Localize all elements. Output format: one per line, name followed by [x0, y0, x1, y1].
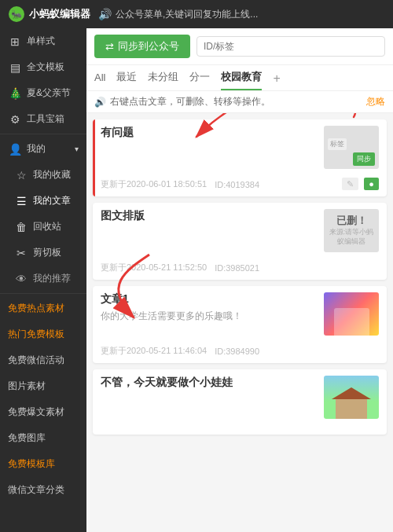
sidebar-item-fenlei[interactable]: 微信文章分类	[0, 477, 86, 503]
sidebar-item-quanwen[interactable]: ▤ 全文模板	[0, 54, 86, 80]
article-card[interactable]: 有问题 标签 同步 更新于2	[93, 119, 387, 196]
sidebar-item-weixin[interactable]: 免费微信活动	[0, 347, 86, 373]
thumb-btn: 同步	[353, 152, 375, 166]
article-footer	[93, 425, 387, 435]
article-id: ID:3984990	[215, 347, 259, 356]
article-content: 文章1 你的大学生活需要更多的乐趣哦！	[101, 292, 318, 336]
article-updated: 更新于2020-05-21 11:46:04	[101, 345, 207, 357]
sidebar-item-fujingjie[interactable]: 🎄 夏&父亲节	[0, 80, 86, 106]
article-card[interactable]: 不管，今天就要做个小娃娃	[93, 369, 387, 435]
sidebar-item-label: 免费热点素材	[8, 302, 79, 315]
thumb-lines: 标签 同步	[324, 126, 379, 169]
trash-icon: 🗑	[14, 221, 28, 233]
sidebar-item-wenzhang[interactable]: ☰ 我的文章	[0, 188, 86, 214]
sidebar-item-label: 夏&父亲节	[27, 86, 79, 100]
sidebar-item-gongju[interactable]: ⚙ 工具宝箱	[0, 106, 86, 132]
sidebar-item-mianfeimb[interactable]: 热门免费模板	[0, 321, 86, 347]
eye-icon: 👁	[14, 273, 28, 285]
article-id: ID:4019384	[215, 180, 259, 189]
tab-campus[interactable]: 校园教育	[221, 70, 262, 90]
tab-fen1[interactable]: 分一	[189, 70, 210, 90]
sidebar-item-label: 免费微信活动	[8, 354, 79, 367]
article-footer: 更新于2020-05-21 11:46:04 ID:3984990	[93, 342, 387, 363]
star-icon: ☆	[14, 169, 28, 182]
article-card[interactable]: 图文排版 已删！ 来源:请等小蚂蚁编辑器 更新于2020-05-21 11:52…	[93, 203, 387, 280]
app-title: 小蚂蚁编辑器	[29, 7, 90, 21]
topbar-logo: 🐜 小蚂蚁编辑器	[8, 6, 90, 23]
sidebar-item-baowen[interactable]: 免费爆文素材	[0, 399, 86, 425]
deleted-label: 已删！	[336, 215, 367, 228]
article-thumbnail	[324, 376, 379, 419]
sidebar-item-label: 单样式	[27, 35, 79, 48]
edit-btn[interactable]: ✎	[342, 178, 358, 190]
article-desc: 你的大学生活需要更多的乐趣哦！	[101, 310, 318, 323]
sidebar-item-label: 热门免费模板	[8, 328, 79, 341]
sidebar-item-label: 微信文章分类	[8, 483, 79, 497]
article-title: 有问题	[101, 126, 318, 140]
article-actions: ✎ ●	[342, 179, 379, 189]
notice-ignore-button[interactable]: 忽略	[366, 95, 385, 108]
article-content: 不管，今天就要做个小娃娃	[101, 376, 318, 419]
sidebar-item-redian[interactable]: 免费热点素材	[0, 295, 86, 321]
notice-speaker-icon: 🔊	[94, 97, 106, 108]
article-content: 图文排版	[101, 209, 318, 252]
notice-text: 公众号菜单,关键词回复功能上线...	[116, 8, 258, 21]
sidebar-item-label: 全文模板	[27, 61, 79, 74]
user-icon: 👤	[8, 143, 22, 156]
building-shape	[334, 308, 369, 336]
notice-bar-left: 🔊 右键点击文章，可删除、转移等操作。	[94, 95, 270, 108]
sync-label: 同步到公众号	[118, 39, 179, 53]
chevron-down-icon: ▾	[75, 145, 79, 153]
topbar-notice: 🔊 公众号菜单,关键词回复功能上线...	[98, 8, 385, 21]
sidebar-item-mbku[interactable]: 免费模板库	[0, 451, 86, 477]
sidebar: ⊞ 单样式 ▤ 全文模板 🎄 夏&父亲节 ⚙ 工具宝箱 👤 我的 ▾ ☆ 我的收…	[0, 28, 86, 532]
sidebar-item-label: 我的推荐	[33, 272, 79, 285]
publish-btn[interactable]: ●	[364, 178, 379, 190]
sidebar-divider	[0, 134, 86, 134]
search-input[interactable]	[196, 36, 385, 57]
sidebar-item-jianqieban[interactable]: ✂ 剪切板	[0, 240, 86, 266]
notice-icon: 🔊	[98, 8, 112, 20]
article-title: 文章1	[101, 292, 318, 306]
article-thumbnail: 标签 同步	[324, 126, 379, 169]
sidebar-item-label: 免费爆文素材	[8, 405, 79, 419]
scissors-icon: ✂	[14, 247, 28, 259]
sidebar-item-danyang[interactable]: ⊞ 单样式	[0, 28, 86, 54]
sync-button[interactable]: ⇄ 同步到公众号	[94, 35, 190, 58]
deleted-source: 来源:请等小蚂蚁编辑器	[324, 228, 379, 246]
sidebar-item-tupian[interactable]: 图片素材	[0, 373, 86, 399]
article-card-body: 图文排版 已删！ 来源:请等小蚂蚁编辑器	[93, 203, 387, 259]
tab-ungrouped[interactable]: 未分组	[148, 70, 178, 90]
article-title: 不管，今天就要做个小娃娃	[101, 376, 318, 390]
article-content: 有问题	[101, 126, 318, 169]
sidebar-item-shoucang[interactable]: ☆ 我的收藏	[0, 162, 86, 188]
sidebar-item-label: 我的文章	[33, 194, 79, 207]
sidebar-item-huishouzhan[interactable]: 🗑 回收站	[0, 214, 86, 240]
logo-icon: 🐜	[8, 6, 25, 23]
topbar: 🐜 小蚂蚁编辑器 🔊 公众号菜单,关键词回复功能上线...	[0, 0, 393, 28]
sidebar-item-wode[interactable]: 👤 我的 ▾	[0, 136, 86, 162]
tab-all[interactable]: All	[94, 72, 105, 90]
tools-icon: ⚙	[8, 113, 22, 126]
article-footer: 更新于2020-06-01 18:50:51 ID:4019384 ✎ ●	[93, 175, 387, 196]
article-card-body: 有问题 标签 同步	[93, 119, 387, 175]
article-updated: 更新于2020-06-01 18:50:51	[101, 178, 207, 190]
sidebar-item-label: 我的	[27, 142, 70, 156]
tab-add-button[interactable]: +	[273, 72, 280, 89]
sidebar-item-label: 回收站	[33, 220, 79, 233]
tabs-row: All 最近 未分组 分一 校园教育 +	[86, 65, 393, 91]
main-layout: ⊞ 单样式 ▤ 全文模板 🎄 夏&父亲节 ⚙ 工具宝箱 👤 我的 ▾ ☆ 我的收…	[0, 28, 393, 532]
sidebar-item-label: 免费模板库	[8, 457, 79, 471]
article-id: ID:3985021	[215, 263, 259, 273]
article-card[interactable]: 文章1 你的大学生活需要更多的乐趣哦！ 更新于2020-05-21 11:46:…	[93, 286, 387, 363]
content-area: ⇄ 同步到公众号 All 最近 未分组 分一 校园教育 + 🔊 右键点击文章，可…	[86, 28, 393, 532]
article-list-wrapper: 有问题 标签 同步 更新于2	[86, 113, 393, 532]
sidebar-item-tuijian[interactable]: 👁 我的推荐	[0, 266, 86, 292]
sidebar-item-label: 工具宝箱	[27, 112, 79, 126]
thumb-house	[324, 376, 379, 419]
tab-recent[interactable]: 最近	[116, 70, 137, 90]
holiday-icon: 🎄	[8, 87, 22, 100]
sidebar-item-label: 剪切板	[33, 246, 79, 259]
sidebar-item-tuku[interactable]: 免费图库	[0, 425, 86, 451]
content-toolbar: ⇄ 同步到公众号	[86, 28, 393, 65]
